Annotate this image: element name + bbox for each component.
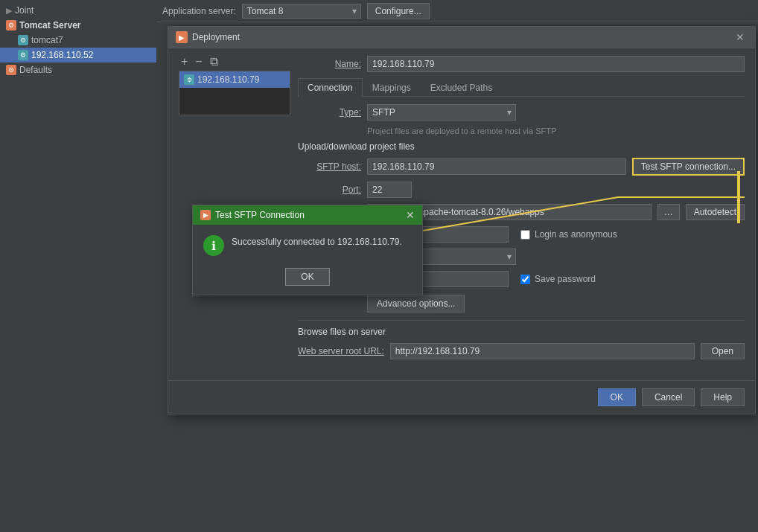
- success-icon: ℹ: [203, 235, 224, 256]
- port-input[interactable]: [367, 182, 412, 198]
- web-url-row: Web server root URL: Open: [298, 343, 745, 359]
- name-row: Name:: [298, 56, 745, 72]
- type-select[interactable]: SFTP: [367, 104, 516, 121]
- dialog-title-icon: ▶: [176, 31, 188, 43]
- web-url-input[interactable]: [390, 343, 695, 359]
- sidebar-item-ip[interactable]: ⚙ 192.168.110.52: [0, 48, 156, 63]
- tomcat7-icon: ⚙: [18, 35, 28, 45]
- copy-server-button[interactable]: ⧉: [208, 56, 220, 68]
- sftp-host-row: SFTP host: Test SFTP connection...: [298, 158, 745, 176]
- save-password-row: Save password: [520, 274, 596, 284]
- sidebar-item-joint[interactable]: ▶ Joint: [0, 3, 156, 18]
- advanced-options-button[interactable]: Advanced options...: [367, 295, 465, 313]
- success-body: ℹ Successfully connected to 192.168.110.…: [193, 225, 422, 263]
- success-ok-button[interactable]: OK: [285, 268, 329, 286]
- app-server-label: Application server:: [162, 6, 236, 16]
- browse-section-header: Browse files on server: [298, 327, 745, 337]
- port-row: Port:: [298, 182, 745, 198]
- dialog-title-text: Deployment: [192, 32, 728, 42]
- sftp-host-label: SFTP host:: [298, 161, 361, 172]
- save-password-checkbox[interactable]: [520, 275, 530, 284]
- type-select-wrapper: SFTP: [367, 104, 516, 121]
- top-bar: Application server: Tomcat 8 Configure..…: [156, 0, 758, 22]
- type-row: Type: SFTP: [298, 104, 745, 121]
- sidebar: ▶ Joint ⚙ Tomcat Server ⚙ tomcat7 ⚙ 192.…: [0, 0, 156, 532]
- separator: [298, 320, 745, 321]
- upload-section-header: Upload/download project files: [298, 141, 745, 152]
- type-label: Type:: [298, 107, 361, 118]
- cancel-button[interactable]: Cancel: [642, 388, 695, 406]
- sidebar-item-ip-label: 192.168.110.52: [31, 50, 93, 60]
- advanced-options-area: Advanced options...: [367, 295, 745, 313]
- dialog-titlebar: ▶ Deployment ✕: [168, 27, 755, 48]
- test-sftp-button[interactable]: Test SFTP connection...: [632, 158, 745, 176]
- success-titlebar: ▶ Test SFTP Connection ✕: [193, 205, 422, 225]
- server-list-icon: ⚙: [184, 74, 194, 85]
- main-area: ▶ Deployment ✕ + − ⧉ ⚙ 192.168.110.79: [156, 22, 758, 532]
- dialog-close-button[interactable]: ✕: [733, 31, 748, 43]
- name-label: Name:: [298, 59, 361, 69]
- dialog-footer: OK Cancel Help: [168, 380, 755, 414]
- login-anon-row: Login as anonymous: [520, 229, 617, 240]
- browse-button[interactable]: …: [657, 204, 680, 220]
- server-list-toolbar: + − ⧉: [179, 56, 290, 68]
- sftp-host-input[interactable]: [367, 158, 626, 175]
- success-title-icon: ▶: [200, 210, 211, 220]
- sidebar-item-defaults-label: Defaults: [19, 65, 52, 75]
- name-input[interactable]: [367, 56, 745, 72]
- tab-mappings[interactable]: Mappings: [363, 78, 421, 97]
- success-message: Successfully connected to 192.168.110.79…: [232, 235, 402, 249]
- app-server-select-wrapper: Tomcat 8: [242, 4, 361, 19]
- sidebar-item-tomcat7-label: tomcat7: [31, 35, 63, 45]
- type-desc: Project files are deployed to a remote h…: [367, 126, 745, 135]
- configure-button[interactable]: Configure...: [367, 3, 430, 19]
- add-server-button[interactable]: +: [179, 56, 190, 68]
- success-title-text: Test SFTP Connection: [215, 210, 401, 220]
- remove-server-button[interactable]: −: [193, 56, 204, 68]
- login-anon-checkbox[interactable]: [520, 230, 530, 240]
- server-list: ⚙ 192.168.110.79: [179, 71, 290, 115]
- open-button[interactable]: Open: [701, 343, 745, 359]
- defaults-icon: ⚙: [6, 65, 16, 75]
- tab-connection[interactable]: Connection: [298, 78, 363, 97]
- tabs: Connection Mappings Excluded Paths: [298, 78, 745, 97]
- ok-button[interactable]: OK: [598, 388, 636, 406]
- server-list-item[interactable]: ⚙ 192.168.110.79: [179, 71, 290, 88]
- sidebar-item-tomcat7[interactable]: ⚙ tomcat7: [0, 33, 156, 48]
- tab-excluded-paths[interactable]: Excluded Paths: [421, 78, 502, 97]
- app-server-select[interactable]: Tomcat 8: [242, 4, 361, 19]
- sidebar-item-tomcat-server[interactable]: ⚙ Tomcat Server: [0, 18, 156, 33]
- success-close-button[interactable]: ✕: [406, 209, 415, 221]
- success-footer: OK: [193, 263, 422, 295]
- web-url-label: Web server root URL:: [298, 346, 384, 356]
- login-anon-label: Login as anonymous: [535, 229, 617, 240]
- save-password-label: Save password: [535, 274, 596, 284]
- sidebar-item-tomcat-label: Tomcat Server: [19, 20, 80, 31]
- sidebar-item-defaults[interactable]: ⚙ Defaults: [0, 63, 156, 77]
- autodetect-button[interactable]: Autodetect: [686, 204, 745, 220]
- tomcat-server-icon: ⚙: [6, 20, 16, 31]
- ip-icon: ⚙: [18, 50, 28, 60]
- server-list-item-label: 192.168.110.79: [197, 74, 259, 85]
- port-label: Port:: [298, 185, 361, 195]
- sidebar-item-joint-label: Joint: [15, 5, 34, 16]
- help-button[interactable]: Help: [701, 388, 745, 406]
- joint-icon: ▶: [6, 6, 12, 16]
- success-dialog: ▶ Test SFTP Connection ✕ ℹ Successfully …: [192, 205, 423, 295]
